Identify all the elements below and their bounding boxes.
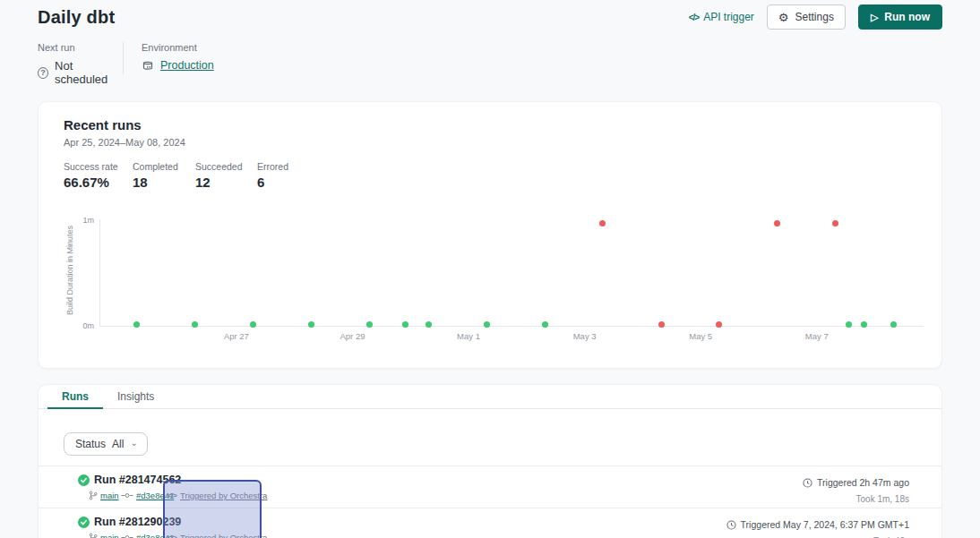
run-title[interactable]: Run #281290239 [94, 516, 267, 528]
chart-plot: Apr 27Apr 29May 1May 3May 5May 7 [99, 212, 924, 327]
meta-divider [123, 42, 124, 74]
run-sub-row: main #d3e8e41 </> Triggered by Orchestra [89, 533, 267, 538]
chevron-down-icon: ⌄ [130, 439, 137, 448]
git-branch-icon [89, 491, 98, 500]
recent-runs-card: Recent runs Apr 25, 2024–May 08, 2024 Su… [38, 101, 942, 369]
clock-icon [803, 478, 812, 488]
settings-button[interactable]: ⚙ Settings [767, 4, 846, 30]
git-branch-icon [89, 533, 98, 538]
trigger-link[interactable]: Triggered by Orchestra [180, 491, 267, 500]
chart-x-tick: May 1 [457, 331, 480, 341]
recent-runs-date-range: Apr 25, 2024–May 08, 2024 [64, 137, 941, 149]
triggered-time: Triggered 2h 47m ago [817, 477, 909, 488]
page-title: Daily dbt [38, 7, 115, 28]
triggered-time-row: Triggered May 7, 2024, 6:37 PM GMT+1 [726, 519, 909, 530]
recent-runs-title: Recent runs [64, 118, 941, 132]
run-row-281474562[interactable]: Run #281474562 main #d3e8e41 [39, 466, 941, 508]
run-now-button[interactable]: ▷ Run now [858, 4, 942, 30]
stat-success-rate: Success rate 66.67% [64, 161, 133, 191]
success-check-icon [78, 474, 90, 486]
code-icon: </> [168, 491, 176, 500]
chart-x-tick: May 3 [573, 331, 597, 341]
commit-icon [121, 491, 133, 500]
errored-run-dot[interactable] [832, 220, 838, 226]
triggered-time-row: Triggered 2h 47m ago [803, 477, 909, 488]
runs-card: Runs Insights Status All ⌄ Run #28147456… [38, 384, 942, 538]
run-row-281290239[interactable]: Run #281290239 main #d3e8e41 [39, 508, 941, 538]
succeeded-run-dot[interactable] [308, 321, 314, 328]
recent-runs-stats: Success rate 66.67% Completed 18 Succeed… [64, 161, 941, 191]
stat-succeeded: Succeeded 12 [195, 161, 257, 191]
tab-bar: Runs Insights [39, 385, 941, 409]
build-duration-chart: Build Duration in Minutes 1m 0m Apr 27Ap… [64, 212, 924, 346]
environment-label: Environment [142, 42, 214, 53]
errored-run-dot[interactable] [716, 321, 722, 328]
succeeded-run-dot[interactable] [366, 321, 373, 328]
run-duration: Took 1m, 18s [803, 494, 909, 504]
top-bar: Daily dbt </> API trigger ⚙ Settings ▷ R… [0, 0, 980, 30]
status-filter-dropdown[interactable]: Status All ⌄ [64, 432, 148, 456]
succeeded-run-dot[interactable] [890, 321, 897, 328]
filter-row: Status All ⌄ [39, 409, 941, 466]
succeeded-run-dot[interactable] [861, 321, 867, 328]
trigger-group: </> Triggered by Orchestra [168, 533, 267, 538]
succeeded-run-dot[interactable] [250, 321, 256, 328]
trigger-link[interactable]: Triggered by Orchestra [180, 533, 267, 538]
chart-y-axis-label: Build Duration in Minutes [65, 217, 74, 324]
next-run-block: Next run ? Not scheduled [38, 42, 123, 86]
stat-errored: Errored 6 [257, 161, 288, 191]
succeeded-run-dot[interactable] [846, 321, 852, 328]
environment-block: Environment Production [142, 42, 214, 72]
environment-database-icon [142, 59, 154, 72]
next-run-label: Next run [38, 42, 123, 53]
succeeded-run-dot[interactable] [484, 321, 490, 328]
run-sub-row: main #d3e8e41 </> Triggered by Orchestra [89, 491, 267, 500]
api-trigger-link[interactable]: </> API trigger [689, 11, 754, 23]
commit-icon [121, 534, 133, 538]
environment-value-row: Production [142, 59, 214, 72]
branch-group: main [89, 533, 121, 538]
commit-group: #d3e8e41 [121, 491, 168, 500]
status-filter-label: Status [75, 438, 106, 450]
code-icon: </> [168, 534, 176, 538]
chart-x-tick: May 7 [805, 331, 829, 341]
tab-insights[interactable]: Insights [103, 385, 168, 408]
succeeded-run-dot[interactable] [402, 321, 408, 328]
header-controls: </> API trigger ⚙ Settings ▷ Run now [689, 4, 942, 30]
play-icon: ▷ [871, 12, 878, 23]
branch-group: main [89, 491, 121, 500]
succeeded-run-dot[interactable] [426, 321, 432, 328]
trigger-group: </> Triggered by Orchestra [168, 491, 267, 500]
succeeded-run-dot[interactable] [192, 321, 198, 328]
chart-x-tick: Apr 27 [224, 331, 249, 341]
errored-run-dot[interactable] [658, 321, 665, 328]
api-trigger-label: API trigger [703, 11, 754, 23]
help-circle-icon: ? [38, 67, 48, 79]
succeeded-run-dot[interactable] [542, 321, 548, 328]
commit-group: #d3e8e41 [121, 533, 168, 538]
branch-link[interactable]: main [100, 533, 119, 538]
stat-completed: Completed 18 [133, 161, 195, 191]
branch-link[interactable]: main [100, 491, 119, 500]
clock-icon [726, 520, 736, 530]
chart-y-tick-1m: 1m [67, 216, 94, 225]
succeeded-run-dot[interactable] [133, 321, 140, 328]
success-check-icon [78, 517, 90, 528]
triggered-time: Triggered May 7, 2024, 6:37 PM GMT+1 [741, 519, 909, 530]
errored-run-dot[interactable] [774, 220, 780, 226]
job-meta: Next run ? Not scheduled Environment Pro… [0, 30, 980, 86]
run-title[interactable]: Run #281474562 [94, 474, 267, 486]
errored-run-dot[interactable] [599, 220, 606, 226]
status-filter-value: All [112, 438, 124, 450]
run-now-label: Run now [884, 11, 930, 23]
environment-link[interactable]: Production [160, 59, 214, 72]
code-icon: </> [689, 13, 699, 22]
gear-icon: ⚙ [778, 11, 789, 24]
tab-runs[interactable]: Runs [47, 385, 103, 409]
next-run-value-row: ? Not scheduled [38, 59, 123, 86]
settings-label: Settings [795, 11, 834, 23]
chart-x-tick: May 5 [689, 331, 712, 341]
chart-y-tick-0m: 0m [67, 321, 94, 330]
next-run-value: Not scheduled [55, 59, 123, 86]
chart-x-tick: Apr 29 [340, 331, 365, 341]
